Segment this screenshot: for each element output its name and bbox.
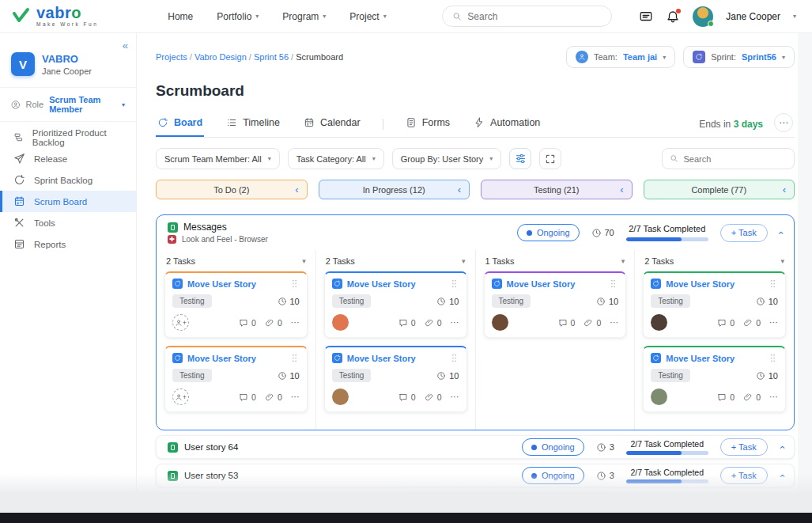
attachments-count[interactable]: 0 xyxy=(265,318,282,328)
nav-project[interactable]: Project▾ xyxy=(349,11,386,22)
role-selector[interactable]: Role Scrum Team Member ▾ xyxy=(0,88,136,122)
drag-handle-icon[interactable] xyxy=(289,279,300,289)
expand-story-icon[interactable]: ‹ xyxy=(780,442,783,453)
messages-icon[interactable] xyxy=(639,9,653,24)
global-search-input[interactable] xyxy=(467,11,601,22)
sidebar-item-tools[interactable]: Tools xyxy=(0,212,136,233)
drag-handle-icon[interactable] xyxy=(608,279,618,289)
comments-count[interactable]: 0 xyxy=(239,392,256,402)
lane-header[interactable]: 1 Tasks▾ xyxy=(484,255,627,271)
task-title-link[interactable]: Move User Story xyxy=(187,279,285,289)
column-header-todo[interactable]: To Do (2) ‹ xyxy=(156,180,308,199)
task-more-button[interactable]: ⋯ xyxy=(451,318,459,327)
task-title-link[interactable]: Move User Story xyxy=(666,279,763,289)
global-search[interactable] xyxy=(442,6,612,27)
task-more-button[interactable]: ⋯ xyxy=(769,318,778,327)
status-badge[interactable]: Ongoing xyxy=(522,438,584,456)
tab-calendar[interactable]: Calendar xyxy=(302,111,362,137)
task-card[interactable]: Move User Story Testing 10 0 0 xyxy=(643,346,786,412)
tab-automation[interactable]: Automation xyxy=(472,111,542,137)
sidebar-item-prioritized-product-backlog[interactable]: Prioritized Product Backlog xyxy=(0,127,136,148)
breadcrumb-projects[interactable]: Projects xyxy=(156,52,187,62)
comments-count[interactable]: 0 xyxy=(558,318,576,328)
breadcrumb-vabro-design[interactable]: Vabro Design xyxy=(195,52,247,62)
task-title-link[interactable]: Move User Story xyxy=(666,354,763,363)
task-card[interactable]: Move User Story Testing 10 + 0 0 xyxy=(164,346,308,412)
task-more-button[interactable]: ⋯ xyxy=(291,318,300,327)
board-more-button[interactable]: ⋯ xyxy=(774,113,793,132)
task-title-link[interactable]: Move User Story xyxy=(347,354,444,363)
sidebar-item-scrum-board[interactable]: Scrum Board xyxy=(0,191,136,212)
team-selector[interactable]: Team: Team jai ▾ xyxy=(566,46,675,68)
chevron-down-icon[interactable]: ▾ xyxy=(793,13,796,20)
lane-header[interactable]: 2 Tasks▾ xyxy=(324,255,467,271)
brand-logo[interactable]: vabro Make Work Fun xyxy=(11,6,98,27)
drag-handle-icon[interactable] xyxy=(768,353,778,363)
attachments-count[interactable]: 0 xyxy=(425,318,442,328)
column-header-testing[interactable]: Testing (21) ‹ xyxy=(481,180,633,199)
assignee-avatar[interactable] xyxy=(651,388,667,405)
fullscreen-button[interactable] xyxy=(539,148,561,169)
user-story-row[interactable]: User story 53 Ongoing 3 2/7 Task Complet… xyxy=(156,464,795,487)
add-assignee-button[interactable]: + xyxy=(172,388,189,405)
chevron-left-icon[interactable]: ‹ xyxy=(295,184,298,195)
drag-handle-icon[interactable] xyxy=(289,353,300,363)
comments-count[interactable]: 0 xyxy=(717,392,735,402)
attachments-count[interactable]: 0 xyxy=(584,318,601,328)
status-badge[interactable]: Ongoing xyxy=(522,467,584,484)
user-avatar[interactable] xyxy=(693,6,713,27)
notifications-button[interactable] xyxy=(666,9,680,24)
add-task-button[interactable]: + Task xyxy=(720,224,768,242)
nav-home[interactable]: Home xyxy=(168,11,193,22)
task-card[interactable]: Move User Story Testing 10 0 0 xyxy=(643,271,786,338)
tab-board[interactable]: Board xyxy=(156,111,204,137)
lane-header[interactable]: 2 Tasks▾ xyxy=(643,255,786,271)
drag-handle-icon[interactable] xyxy=(449,353,459,363)
task-more-button[interactable]: ⋯ xyxy=(291,392,300,401)
task-more-button[interactable]: ⋯ xyxy=(610,318,618,327)
assignee-avatar[interactable] xyxy=(492,314,508,331)
assignee-avatar[interactable] xyxy=(332,314,349,331)
filter-group-by[interactable]: Group By: User Story▾ xyxy=(392,148,502,169)
comments-count[interactable]: 0 xyxy=(398,392,416,402)
sidebar-collapse-icon[interactable]: « xyxy=(123,40,128,51)
nav-portfolio[interactable]: Portfolio▾ xyxy=(217,11,259,22)
collapse-story-icon[interactable]: ‹ xyxy=(780,227,783,239)
task-more-button[interactable]: ⋯ xyxy=(769,392,778,401)
breadcrumb-sprint-56[interactable]: Sprint 56 xyxy=(254,52,289,62)
task-title-link[interactable]: Move User Story xyxy=(187,354,285,363)
task-title-link[interactable]: Move User Story xyxy=(347,279,444,289)
column-header-complete[interactable]: Complete (77) ‹ xyxy=(644,180,795,199)
filter-scrum-team-member[interactable]: Scrum Team Member: All▾ xyxy=(156,148,280,169)
assignee-avatar[interactable] xyxy=(332,388,349,405)
column-header-in-progress[interactable]: In Progress (12) ‹ xyxy=(319,180,470,199)
status-badge[interactable]: Ongoing xyxy=(517,224,580,241)
add-task-button[interactable]: + Task xyxy=(720,467,768,484)
comments-count[interactable]: 0 xyxy=(717,318,735,328)
task-more-button[interactable]: ⋯ xyxy=(451,392,459,401)
attachments-count[interactable]: 0 xyxy=(425,392,442,402)
task-card[interactable]: Move User Story Testing 10 0 0 xyxy=(324,271,467,338)
filter-task-category[interactable]: Task Category: All▾ xyxy=(288,148,384,169)
drag-handle-icon[interactable] xyxy=(768,279,778,289)
board-search-input[interactable] xyxy=(683,154,787,164)
assignee-avatar[interactable] xyxy=(651,314,667,331)
task-card[interactable]: Move User Story Testing 10 0 0 xyxy=(324,346,467,412)
sprint-selector[interactable]: Sprint: Sprint56 ▾ xyxy=(683,46,795,68)
expand-story-icon[interactable]: ‹ xyxy=(780,470,783,482)
chevron-left-icon[interactable]: ‹ xyxy=(458,184,461,195)
add-assignee-button[interactable]: + xyxy=(172,314,189,331)
board-settings-button[interactable] xyxy=(509,148,531,169)
nav-program[interactable]: Program▾ xyxy=(282,11,326,22)
comments-count[interactable]: 0 xyxy=(398,318,416,328)
tab-forms[interactable]: Forms xyxy=(404,111,451,137)
board-search[interactable] xyxy=(662,148,795,169)
comments-count[interactable]: 0 xyxy=(239,318,256,328)
task-card[interactable]: Move User Story Testing 10 + 0 0 xyxy=(164,271,308,338)
task-card[interactable]: Move User Story Testing 10 0 0 xyxy=(484,271,627,338)
user-story-row[interactable]: User story 64 Ongoing 3 2/7 Task Complet… xyxy=(156,435,795,459)
lane-header[interactable]: 2 Tasks▾ xyxy=(164,255,308,271)
drag-handle-icon[interactable] xyxy=(449,279,459,289)
attachments-count[interactable]: 0 xyxy=(265,392,282,402)
sidebar-item-sprint-backlog[interactable]: Sprint Backlog xyxy=(0,169,136,191)
